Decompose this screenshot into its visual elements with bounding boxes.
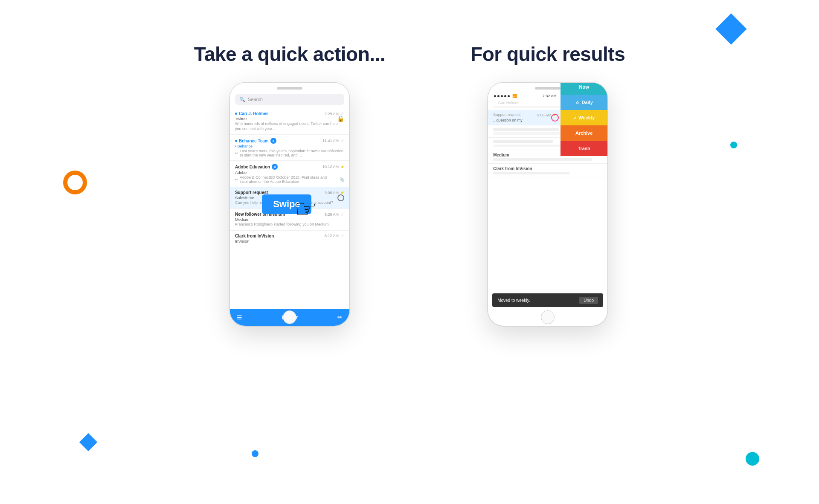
email-time-2: 11:41 AM bbox=[322, 139, 339, 143]
right-email-time-1: 9:06 AM bbox=[537, 113, 551, 117]
email-preview-5: Francesco Rodighiero started following y… bbox=[235, 222, 344, 227]
signal-dot-1 bbox=[494, 95, 496, 97]
right-email-subject-1: Support request bbox=[493, 113, 520, 117]
email-with-actions: Support request 9:06 AM ★ ...question on… bbox=[488, 110, 607, 125]
attachment-icon-3: 📎 bbox=[340, 177, 344, 182]
email-item-5[interactable]: New follower on Medium 8:26 AM ☆ Medium … bbox=[230, 209, 349, 231]
phone-top-bar-left bbox=[230, 83, 349, 92]
email-item-2[interactable]: Behance Team 3 11:41 AM ☆ • Behance ↩ L bbox=[230, 135, 349, 161]
email-subject-5: Medium bbox=[235, 217, 344, 222]
toast-notification: Moved to weekly. Undo bbox=[492, 293, 603, 307]
deco-circle-blue-bottom bbox=[252, 450, 258, 457]
email-sender-2: Behance Team 3 bbox=[235, 138, 276, 144]
email-sender-6: Clark from InVision bbox=[235, 234, 274, 238]
action-now-btn[interactable]: Now bbox=[561, 83, 607, 95]
right-title: For quick results bbox=[470, 43, 625, 66]
undo-button[interactable]: Undo bbox=[579, 297, 598, 304]
menu-icon[interactable]: ☰ bbox=[237, 314, 242, 321]
star-icon-5[interactable]: ☆ bbox=[340, 212, 344, 217]
phone-notch-left bbox=[277, 87, 302, 90]
email-preview-1: With hundreds of millions of engaged use… bbox=[235, 122, 344, 131]
compose-icon[interactable]: ✏ bbox=[337, 314, 343, 321]
email-item-1[interactable]: Cari J. Holmes 7:29 AM ☆ Twitter With hu… bbox=[230, 108, 349, 135]
right-email-clark[interactable]: Clark from InVision bbox=[488, 164, 607, 177]
medium-label: Medium bbox=[493, 153, 509, 157]
signal-dot-2 bbox=[497, 95, 500, 97]
email-time-6: 8:12 AM bbox=[325, 234, 339, 238]
email-time-4: 9:06 AM bbox=[325, 191, 339, 195]
email-sender-1: Cari J. Holmes bbox=[235, 111, 268, 116]
star-icon-2[interactable]: ☆ bbox=[340, 139, 344, 143]
email-subject-1: Twitter bbox=[235, 116, 344, 121]
right-phone: 📶 7:32 AM 100% ← Cari Holmes bbox=[488, 83, 607, 326]
clark-preview-blur bbox=[493, 172, 569, 174]
signal-dot-4 bbox=[504, 95, 506, 97]
action-archive-btn[interactable]: Archive bbox=[561, 125, 607, 141]
signal-dot-3 bbox=[501, 95, 503, 97]
email-item-6[interactable]: Clark from InVision 8:12 AM ☆ InVision bbox=[230, 231, 349, 247]
home-button-right[interactable] bbox=[541, 310, 555, 324]
email-preview-2: Last year's work, this year's inspiratio… bbox=[240, 149, 344, 157]
email-sender-5: New follower on Medium bbox=[235, 212, 285, 217]
search-icon: 🔍 bbox=[239, 97, 245, 102]
weekly-check-icon: ✓ bbox=[573, 116, 577, 120]
status-time: 7:32 AM bbox=[543, 94, 557, 98]
daily-star-icon: ☆ bbox=[575, 100, 579, 105]
action-daily-btn[interactable]: ☆ Daily bbox=[561, 95, 607, 110]
email-time-5: 8:26 AM bbox=[325, 212, 339, 217]
deco-diamond-blue-top bbox=[715, 13, 747, 45]
search-input-label: Search bbox=[248, 97, 263, 102]
left-title: Take a quick action... bbox=[194, 43, 385, 66]
action-menu: Now ☆ Daily ✓ Weekly Archive Trash bbox=[561, 83, 607, 156]
right-section: For quick results 📶 7:32 AM 100% bbox=[470, 43, 625, 326]
email-sender-3: Adobe Education 8 bbox=[235, 164, 278, 170]
email-item-3[interactable]: Adobe Education 8 10:12 AM ★ Adobe ↩ Ado… bbox=[230, 161, 349, 187]
right-email-sender-blur-2 bbox=[493, 140, 553, 143]
email-time-3: 10:12 AM bbox=[322, 165, 339, 169]
left-section: Take a quick action... 🔍 Search Cari J. … bbox=[194, 43, 385, 326]
search-bar[interactable]: 🔍 Search bbox=[235, 94, 344, 105]
home-button-left[interactable] bbox=[283, 310, 296, 324]
circle-action-btn[interactable] bbox=[551, 114, 559, 122]
email-subject-4: Salesforce bbox=[235, 195, 344, 200]
toast-message: Moved to weekly. bbox=[497, 298, 530, 303]
phone-notch-right bbox=[535, 87, 561, 90]
email-preview-4: Can you help me troubleshoot a question … bbox=[235, 200, 344, 206]
signal-icons: 📶 bbox=[494, 94, 517, 98]
star-icon-6[interactable]: ☆ bbox=[340, 234, 344, 238]
email-tag-2: • Behance bbox=[235, 144, 253, 148]
action-weekly-btn[interactable]: ✓ Weekly bbox=[561, 110, 607, 125]
medium-preview-blur bbox=[493, 158, 591, 161]
email-attach-2: ↩ bbox=[235, 151, 238, 155]
email-subject-6: InVision bbox=[235, 239, 344, 243]
right-email-sender-blur-1 bbox=[493, 128, 559, 131]
deco-circle-teal-bottom-right bbox=[746, 452, 759, 466]
email-subject-3: Adobe bbox=[235, 170, 344, 175]
deco-diamond-blue-bottom-left bbox=[79, 433, 97, 451]
email-badge-3: 8 bbox=[272, 164, 278, 170]
main-content: Take a quick action... 🔍 Search Cari J. … bbox=[0, 43, 819, 326]
email-sender-4: Support request bbox=[235, 190, 268, 195]
action-trash-btn[interactable]: Trash bbox=[561, 141, 607, 156]
email-badge-2: 3 bbox=[270, 138, 276, 144]
wifi-icon: 📶 bbox=[512, 94, 517, 98]
star-icon-3[interactable]: ★ bbox=[340, 165, 344, 169]
email-preview-3: Adobe & ConnectED October 2015: Find ide… bbox=[240, 175, 338, 184]
email-fwd-3: ↩ bbox=[235, 177, 238, 182]
left-phone: 🔍 Search Cari J. Holmes 7:29 AM ☆ Twitte… bbox=[230, 83, 349, 326]
clark-label: Clark from InVision bbox=[493, 166, 532, 171]
email-item-4[interactable]: Support request 9:06 AM ★ Salesforce Can… bbox=[230, 187, 349, 209]
signal-dot-5 bbox=[508, 95, 510, 97]
email-list: Cari J. Holmes 7:29 AM ☆ Twitter With hu… bbox=[230, 108, 349, 326]
right-email-preview-1: ...question on my bbox=[493, 118, 556, 122]
